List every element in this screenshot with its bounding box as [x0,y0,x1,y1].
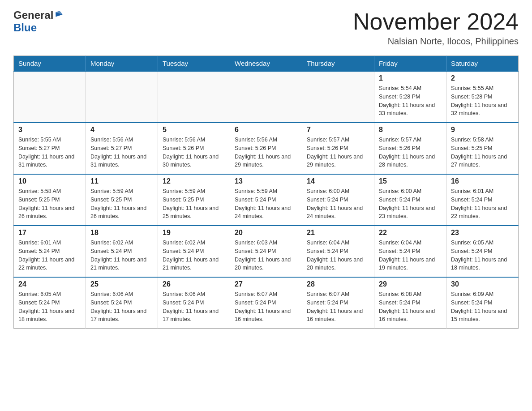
day-number: 2 [451,74,514,82]
calendar-header-monday: Monday [86,56,158,72]
calendar-header-saturday: Saturday [446,56,519,72]
day-number: 22 [379,229,442,237]
calendar-day-cell: 22Sunrise: 6:04 AMSunset: 5:24 PMDayligh… [374,226,446,277]
day-info: Sunrise: 5:58 AMSunset: 5:25 PMDaylight:… [18,187,81,221]
location-title: Nalsian Norte, Ilocos, Philippines [353,36,519,47]
calendar-day-cell: 17Sunrise: 6:01 AMSunset: 5:24 PMDayligh… [14,226,86,277]
calendar-day-cell [86,71,158,123]
calendar-week-row: 17Sunrise: 6:01 AMSunset: 5:24 PMDayligh… [14,226,519,277]
calendar-day-cell: 21Sunrise: 6:04 AMSunset: 5:24 PMDayligh… [302,226,374,277]
day-info: Sunrise: 6:00 AMSunset: 5:24 PMDaylight:… [307,187,369,221]
calendar-day-cell [158,71,230,123]
day-info: Sunrise: 6:00 AMSunset: 5:24 PMDaylight:… [379,187,442,221]
calendar-day-cell: 8Sunrise: 5:57 AMSunset: 5:26 PMDaylight… [374,123,446,174]
day-number: 12 [163,177,225,185]
calendar-day-cell: 15Sunrise: 6:00 AMSunset: 5:24 PMDayligh… [374,174,446,226]
calendar-day-cell: 5Sunrise: 5:56 AMSunset: 5:26 PMDaylight… [158,123,230,174]
day-number: 1 [379,74,442,82]
calendar-day-cell: 26Sunrise: 6:06 AMSunset: 5:24 PMDayligh… [158,277,230,329]
calendar-day-cell: 27Sunrise: 6:07 AMSunset: 5:24 PMDayligh… [230,277,302,329]
day-info: Sunrise: 6:01 AMSunset: 5:24 PMDaylight:… [18,239,81,272]
day-number: 20 [235,229,297,237]
calendar-header-friday: Friday [374,56,446,72]
day-number: 15 [379,177,442,185]
day-info: Sunrise: 6:02 AMSunset: 5:24 PMDaylight:… [90,239,153,272]
calendar-day-cell: 13Sunrise: 5:59 AMSunset: 5:24 PMDayligh… [230,174,302,226]
calendar-day-cell: 20Sunrise: 6:03 AMSunset: 5:24 PMDayligh… [230,226,302,277]
calendar-day-cell: 3Sunrise: 5:55 AMSunset: 5:27 PMDaylight… [14,123,86,174]
day-info: Sunrise: 5:59 AMSunset: 5:25 PMDaylight:… [90,187,153,221]
logo-flag-icon [54,11,64,21]
calendar-day-cell: 2Sunrise: 5:55 AMSunset: 5:28 PMDaylight… [446,71,519,123]
day-number: 10 [18,177,81,185]
day-info: Sunrise: 5:57 AMSunset: 5:26 PMDaylight:… [379,136,442,169]
day-info: Sunrise: 5:59 AMSunset: 5:25 PMDaylight:… [163,187,225,221]
day-number: 3 [18,126,81,134]
day-number: 19 [163,229,225,237]
calendar-header-thursday: Thursday [302,56,374,72]
day-number: 7 [307,126,369,134]
day-info: Sunrise: 5:54 AMSunset: 5:28 PMDaylight:… [379,84,442,118]
calendar-week-row: 1Sunrise: 5:54 AMSunset: 5:28 PMDaylight… [14,71,519,123]
calendar-day-cell: 23Sunrise: 6:05 AMSunset: 5:24 PMDayligh… [446,226,519,277]
day-info: Sunrise: 6:08 AMSunset: 5:24 PMDaylight:… [379,290,442,324]
day-info: Sunrise: 5:59 AMSunset: 5:24 PMDaylight:… [235,187,297,221]
day-number: 16 [451,177,514,185]
calendar-day-cell: 4Sunrise: 5:56 AMSunset: 5:27 PMDaylight… [86,123,158,174]
day-info: Sunrise: 5:57 AMSunset: 5:26 PMDaylight:… [307,136,369,169]
day-number: 24 [18,280,81,288]
calendar-day-cell: 11Sunrise: 5:59 AMSunset: 5:25 PMDayligh… [86,174,158,226]
day-number: 8 [379,126,442,134]
calendar-day-cell: 29Sunrise: 6:08 AMSunset: 5:24 PMDayligh… [374,277,446,329]
day-info: Sunrise: 5:58 AMSunset: 5:25 PMDaylight:… [451,136,514,169]
day-info: Sunrise: 5:56 AMSunset: 5:26 PMDaylight:… [163,136,225,169]
month-title: November 2024 [353,9,519,34]
logo-blue-text: Blue [13,21,37,34]
calendar-day-cell: 18Sunrise: 6:02 AMSunset: 5:24 PMDayligh… [86,226,158,277]
page-header: General Blue November 2024 Nalsian Norte… [13,9,519,47]
calendar-day-cell: 28Sunrise: 6:07 AMSunset: 5:24 PMDayligh… [302,277,374,329]
day-info: Sunrise: 6:06 AMSunset: 5:24 PMDaylight:… [90,290,153,324]
day-info: Sunrise: 5:55 AMSunset: 5:27 PMDaylight:… [18,136,81,169]
day-info: Sunrise: 6:02 AMSunset: 5:24 PMDaylight:… [163,239,225,272]
calendar-header-row: SundayMondayTuesdayWednesdayThursdayFrid… [14,56,519,72]
day-number: 29 [379,280,442,288]
day-info: Sunrise: 6:07 AMSunset: 5:24 PMDaylight:… [235,290,297,324]
calendar-week-row: 3Sunrise: 5:55 AMSunset: 5:27 PMDaylight… [14,123,519,174]
day-info: Sunrise: 6:07 AMSunset: 5:24 PMDaylight:… [307,290,369,324]
day-number: 13 [235,177,297,185]
calendar-day-cell: 25Sunrise: 6:06 AMSunset: 5:24 PMDayligh… [86,277,158,329]
day-number: 5 [163,126,225,134]
logo-general-text: General [13,9,53,21]
day-info: Sunrise: 5:55 AMSunset: 5:28 PMDaylight:… [451,84,514,118]
day-number: 21 [307,229,369,237]
calendar-week-row: 24Sunrise: 6:05 AMSunset: 5:24 PMDayligh… [14,277,519,329]
day-number: 27 [235,280,297,288]
day-info: Sunrise: 6:03 AMSunset: 5:24 PMDaylight:… [235,239,297,272]
calendar-header-wednesday: Wednesday [230,56,302,72]
day-info: Sunrise: 6:05 AMSunset: 5:24 PMDaylight:… [18,290,81,324]
day-number: 26 [163,280,225,288]
calendar-day-cell: 24Sunrise: 6:05 AMSunset: 5:24 PMDayligh… [14,277,86,329]
calendar-day-cell [302,71,374,123]
day-info: Sunrise: 6:04 AMSunset: 5:24 PMDaylight:… [379,239,442,272]
day-info: Sunrise: 6:09 AMSunset: 5:24 PMDaylight:… [451,290,514,324]
calendar-header-sunday: Sunday [14,56,86,72]
day-info: Sunrise: 5:56 AMSunset: 5:26 PMDaylight:… [235,136,297,169]
day-info: Sunrise: 5:56 AMSunset: 5:27 PMDaylight:… [90,136,153,169]
day-info: Sunrise: 6:05 AMSunset: 5:24 PMDaylight:… [451,239,514,272]
calendar-day-cell: 1Sunrise: 5:54 AMSunset: 5:28 PMDaylight… [374,71,446,123]
calendar-day-cell: 6Sunrise: 5:56 AMSunset: 5:26 PMDaylight… [230,123,302,174]
day-number: 9 [451,126,514,134]
day-number: 14 [307,177,369,185]
day-number: 30 [451,280,514,288]
day-number: 17 [18,229,81,237]
calendar-day-cell [230,71,302,123]
day-number: 23 [451,229,514,237]
svg-marker-1 [56,11,63,14]
calendar-week-row: 10Sunrise: 5:58 AMSunset: 5:25 PMDayligh… [14,174,519,226]
calendar-day-cell: 10Sunrise: 5:58 AMSunset: 5:25 PMDayligh… [14,174,86,226]
calendar-day-cell: 7Sunrise: 5:57 AMSunset: 5:26 PMDaylight… [302,123,374,174]
calendar-day-cell: 14Sunrise: 6:00 AMSunset: 5:24 PMDayligh… [302,174,374,226]
calendar-day-cell: 9Sunrise: 5:58 AMSunset: 5:25 PMDaylight… [446,123,519,174]
